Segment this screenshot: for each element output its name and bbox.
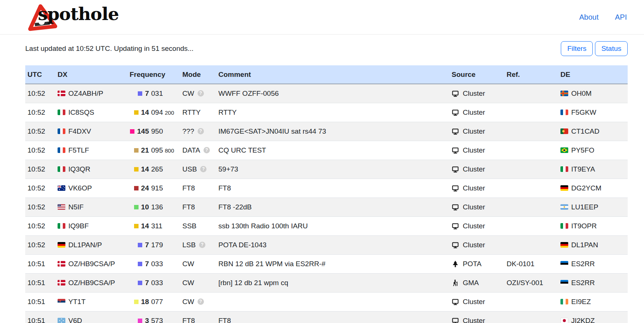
source-label: Cluster (463, 298, 485, 306)
ref-cell (504, 160, 558, 179)
dx-callsign[interactable]: OZ4ABH/P (68, 89, 103, 98)
header-source: Source (449, 65, 504, 84)
dx-callsign[interactable]: IQ3QR (68, 165, 90, 173)
de-callsign[interactable]: OH0M (571, 89, 592, 98)
source-wrap: Cluster (452, 203, 502, 211)
frequency-khz: 095 (151, 146, 163, 154)
de-callsign[interactable]: CT1CAD (571, 127, 599, 136)
source-cell: Cluster (449, 103, 504, 122)
about-link[interactable]: About (579, 13, 598, 22)
frequency-mhz: 7 (145, 241, 149, 249)
flag-denmark-icon (58, 261, 65, 267)
spot-row: 10:51OZ/HB9CSA/P7033CW[rbn] 12 db 21 wpm… (25, 273, 628, 292)
ref-cell (504, 84, 558, 103)
frequency-cell: 14094200 (127, 103, 180, 122)
frequency-cell: 18077 (127, 292, 180, 311)
last-updated-text: Last updated at 10:52 UTC. Updating in 5… (25, 45, 193, 53)
de-callsign[interactable]: DL1PAN (571, 241, 598, 249)
source-label: Cluster (463, 203, 485, 211)
frequency-khz: 573 (151, 317, 163, 323)
source-wrap: Cluster (452, 108, 502, 117)
ref-cell (504, 122, 558, 141)
de-callsign[interactable]: EI9EZ (571, 298, 591, 306)
de-callsign[interactable]: PY5FO (571, 146, 594, 154)
dx-callsign[interactable]: VK6OP (68, 184, 92, 192)
dx-callsign[interactable]: IQ9BF (68, 222, 89, 230)
de-callsign[interactable]: IT9EYA (571, 165, 595, 173)
mode-help-icon[interactable]: ? (200, 166, 206, 172)
dx-callsign[interactable]: YT1T (68, 298, 85, 306)
flag-france-icon (58, 128, 65, 134)
mode-help-icon[interactable]: ? (198, 90, 204, 97)
de-callsign[interactable]: ES2RR (571, 260, 595, 268)
de-wrap: DL1PAN (560, 241, 625, 249)
flag-portugal-icon (560, 128, 568, 134)
mode-wrap: CW (182, 279, 214, 287)
de-wrap: IT9EYA (560, 165, 625, 173)
de-callsign[interactable]: LU1EEP (571, 203, 598, 211)
source-cell: Cluster (449, 292, 504, 311)
filters-button[interactable]: Filters (561, 41, 593, 56)
utc-cell: 10:52 (25, 122, 55, 141)
dx-callsign[interactable]: N5IF (68, 203, 84, 211)
mode-label: SSB (182, 222, 196, 230)
frequency-mhz: 14 (141, 165, 149, 173)
de-cell: ES2RR (558, 273, 628, 292)
mode-cell: CW? (180, 84, 216, 103)
mode-wrap: USB? (182, 165, 214, 173)
mode-help-icon[interactable]: ? (204, 147, 210, 153)
cluster-source-icon (452, 203, 459, 211)
de-wrap: F5GKW (560, 108, 625, 117)
source-cell: Cluster (449, 141, 504, 160)
utc-cell: 10:51 (25, 292, 55, 311)
mode-cell: DATA? (180, 141, 216, 160)
mode-cell: ???? (180, 122, 216, 141)
de-cell: ES2RR (558, 254, 628, 273)
pota-source-icon (452, 260, 459, 268)
spothole-logo[interactable]: spothole (25, 2, 59, 32)
mode-label: ??? (182, 127, 194, 136)
dx-callsign[interactable]: F5TLF (68, 146, 89, 154)
mode-wrap: RTTY (182, 108, 214, 117)
dx-callsign[interactable]: IC8SQS (68, 108, 94, 117)
comment-cell: IM67GE<SAT>JN04IU sat rs44 73 (216, 122, 449, 141)
dx-cell: N5IF (55, 198, 127, 216)
api-link[interactable]: API (615, 13, 627, 22)
de-callsign[interactable]: JI2KDZ (571, 317, 595, 323)
de-callsign[interactable]: ES2RR (571, 279, 595, 287)
comment-cell: 59+73 (216, 160, 449, 179)
status-button[interactable]: Status (595, 41, 628, 56)
header-utc: UTC (25, 65, 55, 84)
mode-wrap: CW? (182, 89, 214, 98)
de-callsign[interactable]: F5GKW (571, 108, 596, 117)
frequency-wrap: 14094200 (130, 108, 178, 117)
frequency-khz: 265 (151, 165, 163, 173)
mode-help-icon[interactable]: ? (198, 298, 204, 305)
frequency-mhz: 21 (141, 146, 149, 154)
mode-label: RTTY (182, 108, 201, 117)
frequency-left: 18 (130, 298, 149, 306)
mode-help-icon[interactable]: ? (199, 242, 205, 248)
source-cell: Cluster (449, 122, 504, 141)
header-comment: Comment (216, 65, 449, 84)
flag-aland-icon (560, 91, 568, 96)
band-indicator (138, 243, 142, 247)
dx-callsign[interactable]: V6D (68, 317, 82, 323)
de-callsign[interactable]: DG2YCM (571, 184, 601, 192)
dx-callsign[interactable]: OZ/HB9CSA/P (68, 279, 115, 287)
mode-help-icon[interactable]: ? (198, 128, 204, 134)
frequency-khz: 033 (151, 260, 163, 268)
flag-italy-icon (58, 223, 65, 229)
mode-label: CW (182, 260, 194, 268)
dx-callsign[interactable]: OZ/HB9CSA/P (68, 260, 115, 268)
dx-callsign[interactable]: F4DXV (68, 127, 91, 136)
frequency-cell: 24915 (127, 179, 180, 198)
dx-callsign[interactable]: DL1PAN/P (68, 241, 102, 249)
mode-wrap: FT8 (182, 203, 214, 211)
cluster-source-icon (452, 109, 459, 116)
band-indicator (130, 129, 134, 134)
dx-cell: V6D (55, 311, 127, 323)
source-label: Cluster (463, 222, 485, 230)
de-cell: OH0M (558, 84, 628, 103)
de-callsign[interactable]: IT9OPR (571, 222, 597, 230)
